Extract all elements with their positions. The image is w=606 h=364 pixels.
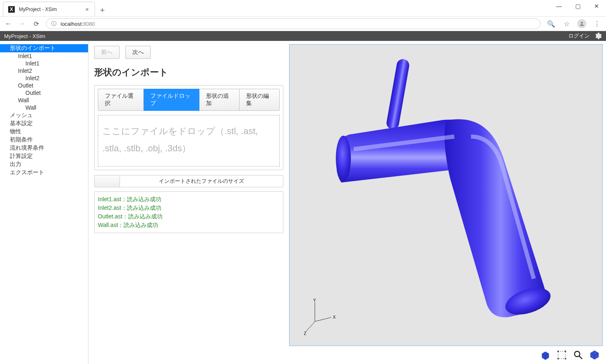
svg-text:Z: Z <box>304 331 306 336</box>
svg-line-16 <box>579 356 582 359</box>
forward-button[interactable]: → <box>18 20 26 27</box>
sidebar-item[interactable]: Wall <box>0 97 88 104</box>
svg-rect-13 <box>557 358 559 359</box>
login-link[interactable]: ログイン <box>568 32 590 40</box>
sidebar-item[interactable]: 流れ境界条件 <box>0 144 88 152</box>
next-button[interactable]: 次へ <box>125 46 151 59</box>
reload-button[interactable]: ⟳ <box>32 20 40 28</box>
import-tabs: ファイル選択ファイルドロップ形状の追加形状の編集 <box>98 89 280 111</box>
bookmark-icon[interactable]: ☆ <box>562 20 572 28</box>
browser-menu-button[interactable]: ⋮ <box>592 20 602 28</box>
sidebar-item[interactable]: Inlet2 <box>0 67 88 74</box>
svg-text:X: X <box>333 315 336 319</box>
app-bar: MyProject - XSim ログイン <box>0 31 606 41</box>
imported-size-bar[interactable]: インポートされたファイルのサイズ <box>94 175 283 187</box>
prev-button[interactable]: 前へ <box>94 46 120 59</box>
sidebar-item[interactable]: Outlet <box>0 82 88 89</box>
back-button[interactable]: ← <box>4 20 12 27</box>
import-tab[interactable]: 形状の追加 <box>199 89 240 111</box>
tab-title: MyProject - XSim <box>19 7 57 12</box>
page-title: 形状のインポート <box>94 66 283 79</box>
url-port: 8080 <box>83 21 95 27</box>
settings-icon[interactable] <box>594 32 602 40</box>
svg-rect-12 <box>565 351 566 352</box>
import-log: Inlet1.ast：読み込み成功Inlet2.ast：読み込み成功Outlet… <box>94 191 283 233</box>
sidebar-item[interactable]: メッシュ <box>0 111 88 119</box>
sidebar-item[interactable]: 形状のインポート <box>0 44 88 52</box>
sidebar: 形状のインポートInlet1Inlet1Inlet2Inlet2OutletOu… <box>0 41 88 364</box>
sidebar-item[interactable]: 出力 <box>0 160 88 169</box>
bbox-icon[interactable] <box>556 349 568 361</box>
viewcube-icon[interactable] <box>589 349 600 361</box>
viewport-column: X Y Z <box>289 41 606 364</box>
url-input[interactable]: ⓘ localhost:8080 <box>46 18 540 29</box>
svg-line-4 <box>315 317 331 321</box>
info-icon: ⓘ <box>51 20 57 27</box>
sidebar-item[interactable]: Inlet1 <box>0 60 88 67</box>
axis-gizmo: X Y Z <box>298 299 335 337</box>
svg-rect-14 <box>565 358 566 359</box>
svg-point-0 <box>581 22 583 24</box>
window-controls: — ▢ ✕ <box>549 0 606 12</box>
zoom-icon[interactable]: 🔍 <box>546 20 556 28</box>
app-title: MyProject - XSim <box>4 33 45 39</box>
import-tab[interactable]: ファイルドロップ <box>144 89 200 111</box>
import-panel: ファイル選択ファイルドロップ形状の追加形状の編集 ここにファイルをドロップ（.s… <box>94 85 283 170</box>
center-panel: 前へ 次へ 形状のインポート ファイル選択ファイルドロップ形状の追加形状の編集 … <box>88 41 289 364</box>
profile-avatar[interactable] <box>577 19 586 28</box>
svg-rect-11 <box>557 351 559 352</box>
close-window-button[interactable]: ✕ <box>587 0 606 12</box>
sidebar-item[interactable]: Inlet2 <box>0 74 88 82</box>
perspective-cube-icon[interactable] <box>540 349 551 361</box>
new-tab-button[interactable]: ＋ <box>98 5 106 15</box>
url-host: localhost: <box>61 21 83 27</box>
address-bar: ← → ⟳ ⓘ localhost:8080 🔍 ☆ ⋮ <box>0 16 606 31</box>
log-line: Outlet.ast：読み込み成功 <box>98 212 280 221</box>
sidebar-item[interactable]: 基本設定 <box>0 119 88 128</box>
size-bar-label: インポートされたファイルのサイズ <box>120 175 283 187</box>
sidebar-item[interactable]: 計算設定 <box>0 152 88 160</box>
log-line: Inlet1.ast：読み込み成功 <box>98 195 280 204</box>
sidebar-item[interactable]: 初期条件 <box>0 136 88 144</box>
import-tab[interactable]: ファイル選択 <box>98 89 144 111</box>
svg-text:Y: Y <box>313 298 316 303</box>
svg-point-15 <box>574 351 580 357</box>
minimize-button[interactable]: — <box>549 0 568 12</box>
sidebar-item[interactable]: 物性 <box>0 128 88 136</box>
svg-point-2 <box>336 136 351 181</box>
log-line: Inlet2.ast：読み込み成功 <box>98 204 280 212</box>
svg-line-6 <box>306 321 315 332</box>
favicon-icon: X <box>8 6 15 13</box>
file-dropzone[interactable]: ここにファイルをドロップ（.stl, .ast, .stla, .stlb, .… <box>98 115 280 166</box>
sidebar-item[interactable]: Inlet1 <box>0 52 88 60</box>
zoom-icon[interactable] <box>572 349 584 361</box>
svg-rect-10 <box>558 351 565 359</box>
sidebar-item[interactable]: エクスポート <box>0 169 88 177</box>
log-line: Wall.ast：読み込み成功 <box>98 221 280 229</box>
import-tab[interactable]: 形状の編集 <box>240 89 280 111</box>
close-tab-icon[interactable]: × <box>85 6 89 12</box>
sidebar-item[interactable]: Wall <box>0 104 88 111</box>
viewport-3d[interactable]: X Y Z <box>289 44 603 346</box>
window-titlebar: X MyProject - XSim × ＋ — ▢ ✕ <box>0 0 606 16</box>
maximize-button[interactable]: ▢ <box>568 0 587 12</box>
browser-tab[interactable]: X MyProject - XSim × <box>3 2 95 16</box>
svg-rect-1 <box>386 58 410 130</box>
viewport-toolbar <box>289 346 606 364</box>
size-bar-toggle[interactable] <box>95 175 120 187</box>
sidebar-item[interactable]: Outlet <box>0 89 88 97</box>
